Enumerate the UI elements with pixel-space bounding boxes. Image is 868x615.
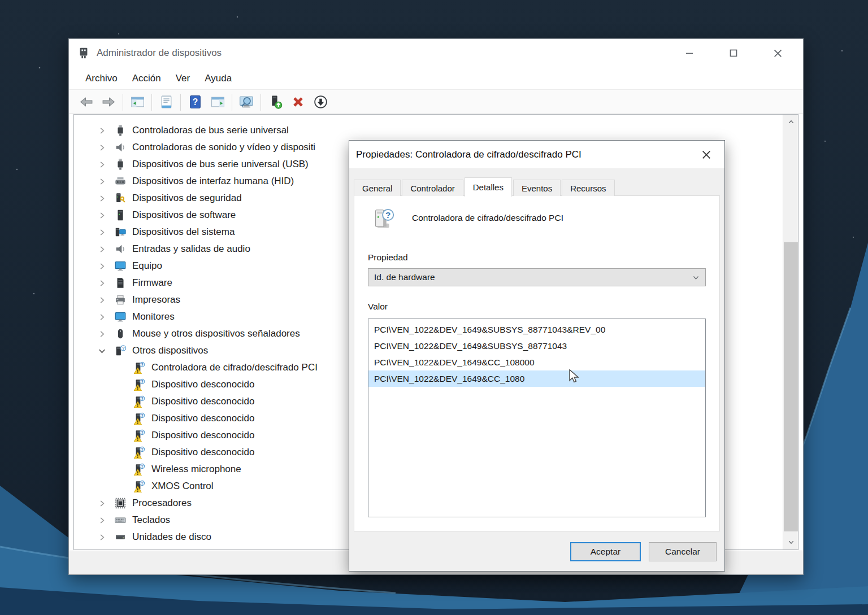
toolbar-action-pane-button[interactable] [206,92,229,112]
chevron-right-icon[interactable] [97,532,107,542]
tab-recursos[interactable]: Recursos [562,180,614,196]
hid-icon [114,175,127,188]
tree-item-label: Teclados [132,514,170,526]
tree-item[interactable]: Controladoras de bus serie universal [74,122,782,139]
tree-item-label: Dispositivos de interfaz humana (HID) [132,176,294,187]
tree-item-label: Unidades de disco [132,531,211,543]
console-tree-icon [130,94,145,110]
svg-text:?: ? [141,430,143,434]
chevron-down-icon[interactable] [97,346,107,356]
tree-item-label: Dispositivo desconocido [151,413,254,424]
menu-archivo[interactable]: Archivo [78,67,125,90]
menu-ver[interactable]: Ver [168,67,198,90]
uninstall-icon [290,94,306,110]
toolbar-console-tree-button[interactable] [126,92,149,112]
hardware-id-item[interactable]: PCI\VEN_1022&DEV_1649&CC_1080 [368,370,705,387]
hardware-id-item[interactable]: PCI\VEN_1022&DEV_1649&SUBSYS_88771043&RE… [368,321,705,338]
window-titlebar[interactable]: Administrador de dispositivos [69,39,803,67]
toolbar-separator [151,94,152,111]
chevron-right-icon[interactable] [97,295,107,305]
maximize-button[interactable] [711,39,756,67]
toolbar-separator [261,94,261,111]
toolbar-disable-button[interactable] [309,92,332,112]
chevron-right-icon[interactable] [97,159,107,169]
close-button[interactable] [756,39,800,67]
scroll-down-button[interactable] [783,535,798,549]
chevron-right-icon[interactable] [97,498,107,508]
toolbar-back-button[interactable] [75,92,97,112]
mouse-icon [114,327,127,341]
chevron-right-icon[interactable] [97,261,107,271]
tab-controlador[interactable]: Controlador [402,180,463,196]
svg-text:?: ? [141,380,143,383]
toolbar-scan-hardware-button[interactable] [235,92,258,112]
accept-button[interactable]: Aceptar [570,542,641,561]
scroll-up-button[interactable] [783,115,798,129]
chevron-right-icon[interactable] [97,125,107,136]
menu-accin[interactable]: Acción [125,67,168,90]
tree-item-label: Controladora de cifrado/descifrado PCI [151,362,318,373]
tree-item-label: Dispositivo desconocido [151,430,254,441]
tree-item-label: Procesadores [132,498,192,509]
menu-ayuda[interactable]: Ayuda [197,67,239,90]
chevron-right-icon[interactable] [97,278,107,288]
property-label: Propiedad [368,252,408,263]
cancel-button[interactable]: Cancelar [649,542,717,561]
chevron-right-icon[interactable] [97,312,107,322]
dialog-tabs: GeneralControladorDetallesEventosRecurso… [354,176,616,196]
audio-icon [114,242,127,256]
chevron-right-icon[interactable] [97,227,107,237]
minimize-button[interactable] [667,39,711,67]
close-icon [774,49,782,58]
toolbar-properties-button[interactable] [155,92,177,112]
window-controls [667,39,800,67]
tab-detalles[interactable]: Detalles [465,177,512,197]
tab-eventos[interactable]: Eventos [513,180,561,196]
processor-icon [114,496,127,510]
chevron-right-icon[interactable] [97,244,107,254]
toolbar-uninstall-button[interactable] [287,92,309,112]
svg-text:?: ? [141,396,143,400]
property-dropdown[interactable]: Id. de hardware [368,268,706,286]
warning-icon: ? [133,412,146,425]
hardware-id-item[interactable]: PCI\VEN_1022&DEV_1649&SUBSYS_88771043 [368,338,705,354]
warning-icon: ? [133,395,146,408]
chevron-right-icon[interactable] [97,515,107,525]
svg-text:?: ? [141,363,143,367]
menu-bar: ArchivoAcciónVerAyuda [69,67,803,90]
update-driver-icon [268,94,283,110]
tree-item-label: Dispositivos del sistema [132,226,235,238]
toolbar-forward-button[interactable] [97,92,120,112]
security-icon [114,191,127,205]
toolbar-update-driver-button[interactable] [264,92,287,112]
chevron-right-icon[interactable] [97,193,107,203]
chevron-right-icon[interactable] [97,142,107,152]
chevron-right-icon[interactable] [97,329,107,339]
tree-item-label: Monitores [132,311,175,322]
toolbar-help-button[interactable]: ? [184,92,206,112]
firmware-icon [114,276,127,290]
tree-item-label: Dispositivos de bus serie universal (USB… [132,159,309,170]
action-pane-icon [210,94,225,110]
system-icon [114,225,127,239]
tab-general[interactable]: General [354,180,401,196]
scrollbar-thumb[interactable] [784,242,798,531]
hardware-id-item[interactable]: PCI\VEN_1022&DEV_1649&CC_108000 [368,354,705,370]
computer-icon [114,259,127,273]
maximize-icon [730,49,737,57]
dialog-close-button[interactable] [693,141,720,168]
mouse-cursor [568,369,581,383]
tree-item-label: Dispositivo desconocido [151,447,254,458]
dialog-titlebar[interactable]: Propiedades: Controladora de cifrado/des… [349,141,724,168]
other-icon: ? [114,344,127,357]
chevron-right-icon[interactable] [97,176,107,186]
chevron-right-icon[interactable] [97,210,107,220]
svg-text:?: ? [141,481,143,485]
vertical-scrollbar[interactable] [783,115,798,549]
tree-item-label: Dispositivos de seguridad [132,193,242,204]
toolbar-separator [123,94,123,111]
svg-text:?: ? [385,210,390,220]
svg-text:?: ? [141,464,143,468]
value-listbox[interactable]: PCI\VEN_1022&DEV_1649&SUBSYS_88771043&RE… [368,319,706,517]
properties-icon [159,94,174,110]
